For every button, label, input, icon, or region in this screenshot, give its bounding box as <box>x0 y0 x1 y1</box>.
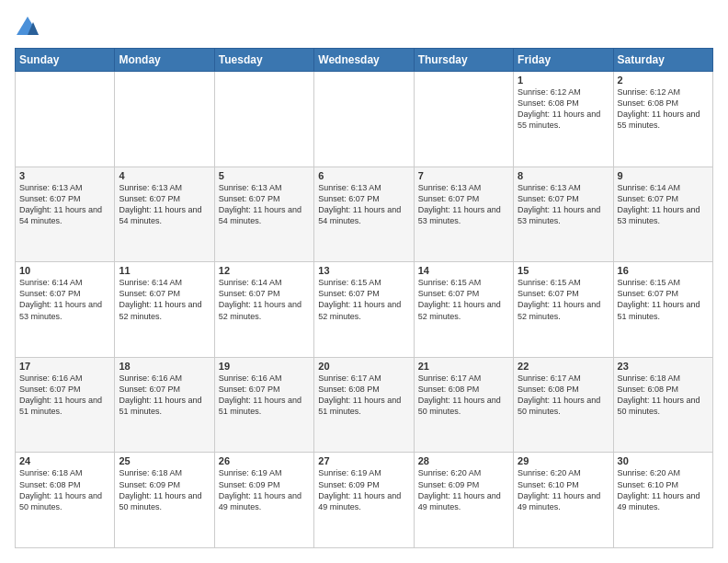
day-number: 15 <box>518 265 609 276</box>
day-number: 19 <box>219 361 310 372</box>
day-info: Sunrise: 6:14 AM Sunset: 6:07 PM Dayligh… <box>19 277 110 322</box>
day-cell: 10Sunrise: 6:14 AM Sunset: 6:07 PM Dayli… <box>16 262 115 358</box>
day-info: Sunrise: 6:15 AM Sunset: 6:07 PM Dayligh… <box>418 277 509 322</box>
day-cell: 7Sunrise: 6:13 AM Sunset: 6:07 PM Daylig… <box>414 167 513 262</box>
weekday-header-sunday: Sunday <box>16 49 115 72</box>
logo <box>15 15 44 40</box>
day-info: Sunrise: 6:17 AM Sunset: 6:08 PM Dayligh… <box>518 373 609 418</box>
day-cell: 16Sunrise: 6:15 AM Sunset: 6:07 PM Dayli… <box>613 262 712 358</box>
day-cell: 17Sunrise: 6:16 AM Sunset: 6:07 PM Dayli… <box>16 357 115 453</box>
day-info: Sunrise: 6:14 AM Sunset: 6:07 PM Dayligh… <box>119 277 210 322</box>
day-info: Sunrise: 6:14 AM Sunset: 6:07 PM Dayligh… <box>219 277 310 322</box>
day-info: Sunrise: 6:18 AM Sunset: 6:08 PM Dayligh… <box>19 467 110 512</box>
day-info: Sunrise: 6:13 AM Sunset: 6:07 PM Dayligh… <box>219 182 310 227</box>
day-info: Sunrise: 6:13 AM Sunset: 6:07 PM Dayligh… <box>518 182 609 227</box>
day-number: 11 <box>119 265 210 276</box>
day-cell: 13Sunrise: 6:15 AM Sunset: 6:07 PM Dayli… <box>314 262 414 358</box>
day-info: Sunrise: 6:13 AM Sunset: 6:07 PM Dayligh… <box>418 182 509 227</box>
day-info: Sunrise: 6:18 AM Sunset: 6:09 PM Dayligh… <box>119 467 210 512</box>
weekday-header-friday: Friday <box>514 49 613 72</box>
day-cell: 8Sunrise: 6:13 AM Sunset: 6:07 PM Daylig… <box>514 167 613 262</box>
day-info: Sunrise: 6:13 AM Sunset: 6:07 PM Dayligh… <box>119 182 210 227</box>
week-row-4: 17Sunrise: 6:16 AM Sunset: 6:07 PM Dayli… <box>16 357 713 453</box>
weekday-header-monday: Monday <box>115 49 214 72</box>
week-row-2: 3Sunrise: 6:13 AM Sunset: 6:07 PM Daylig… <box>16 167 713 262</box>
weekday-header-saturday: Saturday <box>613 49 712 72</box>
day-number: 10 <box>19 265 110 276</box>
day-cell: 14Sunrise: 6:15 AM Sunset: 6:07 PM Dayli… <box>414 262 513 358</box>
day-cell <box>414 72 513 167</box>
day-cell: 25Sunrise: 6:18 AM Sunset: 6:09 PM Dayli… <box>115 453 214 548</box>
day-cell: 26Sunrise: 6:19 AM Sunset: 6:09 PM Dayli… <box>214 453 313 548</box>
day-number: 24 <box>19 455 110 466</box>
day-cell: 29Sunrise: 6:20 AM Sunset: 6:10 PM Dayli… <box>514 453 613 548</box>
day-info: Sunrise: 6:19 AM Sunset: 6:09 PM Dayligh… <box>318 467 409 512</box>
day-info: Sunrise: 6:18 AM Sunset: 6:08 PM Dayligh… <box>618 373 709 418</box>
day-number: 23 <box>618 361 709 372</box>
day-cell: 30Sunrise: 6:20 AM Sunset: 6:10 PM Dayli… <box>613 453 712 548</box>
day-number: 6 <box>318 170 409 181</box>
day-number: 29 <box>518 455 609 466</box>
day-number: 28 <box>418 455 509 466</box>
day-info: Sunrise: 6:16 AM Sunset: 6:07 PM Dayligh… <box>119 373 210 418</box>
day-cell <box>16 72 115 167</box>
day-number: 7 <box>418 170 509 181</box>
day-number: 30 <box>618 455 709 466</box>
day-cell: 24Sunrise: 6:18 AM Sunset: 6:08 PM Dayli… <box>16 453 115 548</box>
week-row-3: 10Sunrise: 6:14 AM Sunset: 6:07 PM Dayli… <box>16 262 713 358</box>
day-cell: 18Sunrise: 6:16 AM Sunset: 6:07 PM Dayli… <box>115 357 214 453</box>
day-number: 18 <box>119 361 210 372</box>
day-cell <box>314 72 414 167</box>
day-number: 27 <box>318 455 409 466</box>
day-info: Sunrise: 6:13 AM Sunset: 6:07 PM Dayligh… <box>19 182 110 227</box>
day-cell: 2Sunrise: 6:12 AM Sunset: 6:08 PM Daylig… <box>613 72 712 167</box>
day-info: Sunrise: 6:17 AM Sunset: 6:08 PM Dayligh… <box>318 373 409 418</box>
day-number: 1 <box>518 75 609 86</box>
weekday-header-wednesday: Wednesday <box>314 49 414 72</box>
day-number: 25 <box>119 455 210 466</box>
logo-icon <box>15 15 40 40</box>
day-number: 14 <box>418 265 509 276</box>
header <box>15 15 713 40</box>
day-cell: 6Sunrise: 6:13 AM Sunset: 6:07 PM Daylig… <box>314 167 414 262</box>
day-cell: 9Sunrise: 6:14 AM Sunset: 6:07 PM Daylig… <box>613 167 712 262</box>
day-number: 8 <box>518 170 609 181</box>
day-info: Sunrise: 6:14 AM Sunset: 6:07 PM Dayligh… <box>618 182 709 227</box>
day-info: Sunrise: 6:13 AM Sunset: 6:07 PM Dayligh… <box>318 182 409 227</box>
day-cell: 4Sunrise: 6:13 AM Sunset: 6:07 PM Daylig… <box>115 167 214 262</box>
weekday-header-thursday: Thursday <box>414 49 513 72</box>
day-number: 22 <box>518 361 609 372</box>
day-info: Sunrise: 6:16 AM Sunset: 6:07 PM Dayligh… <box>219 373 310 418</box>
day-cell: 19Sunrise: 6:16 AM Sunset: 6:07 PM Dayli… <box>214 357 313 453</box>
day-number: 12 <box>219 265 310 276</box>
day-cell <box>115 72 214 167</box>
day-info: Sunrise: 6:15 AM Sunset: 6:07 PM Dayligh… <box>618 277 709 322</box>
page: SundayMondayTuesdayWednesdayThursdayFrid… <box>0 0 728 563</box>
day-number: 20 <box>318 361 409 372</box>
day-info: Sunrise: 6:19 AM Sunset: 6:09 PM Dayligh… <box>219 467 310 512</box>
day-number: 17 <box>19 361 110 372</box>
day-cell: 28Sunrise: 6:20 AM Sunset: 6:09 PM Dayli… <box>414 453 513 548</box>
day-cell: 21Sunrise: 6:17 AM Sunset: 6:08 PM Dayli… <box>414 357 513 453</box>
day-cell: 12Sunrise: 6:14 AM Sunset: 6:07 PM Dayli… <box>214 262 313 358</box>
day-info: Sunrise: 6:12 AM Sunset: 6:08 PM Dayligh… <box>618 86 709 132</box>
day-number: 16 <box>618 265 709 276</box>
weekday-header-row: SundayMondayTuesdayWednesdayThursdayFrid… <box>16 49 713 72</box>
weekday-header-tuesday: Tuesday <box>214 49 313 72</box>
week-row-5: 24Sunrise: 6:18 AM Sunset: 6:08 PM Dayli… <box>16 453 713 548</box>
day-cell: 27Sunrise: 6:19 AM Sunset: 6:09 PM Dayli… <box>314 453 414 548</box>
day-info: Sunrise: 6:15 AM Sunset: 6:07 PM Dayligh… <box>518 277 609 322</box>
week-row-1: 1Sunrise: 6:12 AM Sunset: 6:08 PM Daylig… <box>16 72 713 167</box>
day-cell: 15Sunrise: 6:15 AM Sunset: 6:07 PM Dayli… <box>514 262 613 358</box>
day-cell: 22Sunrise: 6:17 AM Sunset: 6:08 PM Dayli… <box>514 357 613 453</box>
day-number: 9 <box>618 170 709 181</box>
day-cell: 1Sunrise: 6:12 AM Sunset: 6:08 PM Daylig… <box>514 72 613 167</box>
day-info: Sunrise: 6:20 AM Sunset: 6:10 PM Dayligh… <box>618 467 709 512</box>
day-number: 13 <box>318 265 409 276</box>
day-cell: 20Sunrise: 6:17 AM Sunset: 6:08 PM Dayli… <box>314 357 414 453</box>
day-cell: 3Sunrise: 6:13 AM Sunset: 6:07 PM Daylig… <box>16 167 115 262</box>
day-number: 26 <box>219 455 310 466</box>
day-cell: 5Sunrise: 6:13 AM Sunset: 6:07 PM Daylig… <box>214 167 313 262</box>
day-number: 5 <box>219 170 310 181</box>
day-info: Sunrise: 6:20 AM Sunset: 6:09 PM Dayligh… <box>418 467 509 512</box>
